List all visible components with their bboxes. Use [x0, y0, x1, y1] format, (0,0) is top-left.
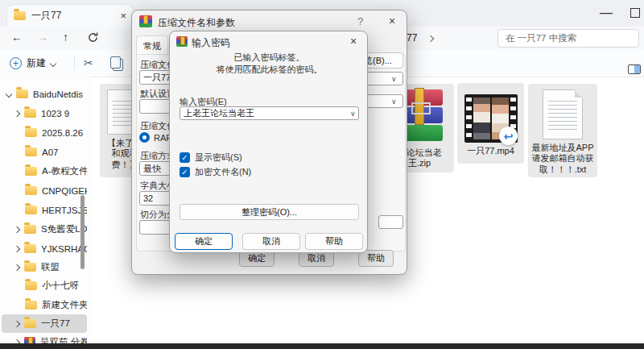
sidebar-item-a-jiaocheng[interactable]: A-教程文件 [2, 162, 87, 181]
tab-title: 一只77 [31, 9, 114, 23]
breadcrumb-chevron-icon [427, 35, 433, 42]
maximize-icon [630, 8, 640, 18]
search-input[interactable]: 在 一只77 中搜索 [497, 29, 639, 48]
sidebar-item-yjksrhag[interactable]: YJKSRHAG [2, 239, 87, 258]
chevron-down-icon [6, 90, 12, 97]
chevron-right-icon [14, 264, 20, 270]
sidebar-scrollbar[interactable] [80, 195, 85, 269]
checkbox-checked-icon: ✓ [180, 167, 190, 177]
file-item-txt2[interactable]: 最新地址及APP 请发邮箱自动获 取！！！.txt [528, 84, 597, 177]
ok-button[interactable]: 确定 [175, 233, 233, 250]
chevron-right-icon [14, 320, 20, 326]
sidebar-item-lianmeng[interactable]: 联盟 [2, 258, 87, 276]
file-name: 最新地址及APP [531, 143, 593, 153]
format-radio-rar[interactable]: RAR [139, 132, 172, 143]
minimize-button[interactable]: — [594, 5, 618, 21]
file-item-mp4[interactable]: ↩ 一只77.mp4 [457, 83, 524, 164]
breadcrumb[interactable]: 77 [407, 32, 433, 44]
breadcrumb-text: 77 [407, 32, 417, 44]
explorer-tab[interactable]: 一只77 × [6, 4, 134, 27]
password-message: 已输入密码标签。 将使用匹配此标签的密码。 [170, 52, 369, 76]
plus-icon: + [10, 57, 22, 69]
copy-icon[interactable] [113, 59, 123, 74]
file-name: 一只77.mp4 [467, 146, 514, 156]
chevron-right-icon [14, 245, 20, 251]
organize-passwords-button[interactable]: 整理密码(O)... [180, 204, 359, 220]
folder-icon [25, 281, 37, 290]
winrar-icon [139, 15, 152, 31]
folder-icon [16, 89, 28, 98]
folder-icon [25, 206, 37, 214]
encrypt-names-checkbox[interactable]: ✓ 加密文件名(N) [180, 166, 251, 178]
sidebar-item-baidunetdis[interactable]: BaiduNetdis [2, 85, 87, 103]
password-dialog: 输入密码 × 已输入密码标签。 将使用匹配此标签的密码。 输入密码(E) 上老王… [169, 31, 368, 253]
sidebar-item-hertjsjsr[interactable]: HERTJSJSR [2, 201, 87, 219]
chevron-down-icon [50, 60, 56, 66]
chevron-down-icon: ∨ [391, 98, 397, 106]
toolbar-divider [74, 56, 75, 70]
folder-icon [25, 147, 37, 156]
sidebar-item-s-mianjiang[interactable]: S免酱爱LOl [2, 220, 87, 239]
sidebar-item-cnpqigeh[interactable]: CNPQIGEH [2, 181, 87, 200]
sidebar-item-xiaoshiqiya[interactable]: 小十七呀 [2, 276, 87, 295]
sidebar-item-2025826[interactable]: 2025.8.26 [2, 123, 87, 142]
chevron-down-icon: ∨ [350, 110, 356, 118]
sidebar-item-yizhi77[interactable]: 一只77 [2, 314, 87, 333]
password-input[interactable]: 上老王论坛当老王 [180, 106, 359, 120]
show-password-checkbox[interactable]: ✓ 显示密码(S) [180, 152, 242, 164]
folder-icon [25, 128, 37, 137]
dialog-title: 输入密码 [192, 36, 230, 50]
folder-icon [25, 186, 37, 195]
sidebar-item-1023-9[interactable]: 1023 9 [2, 104, 87, 123]
folder-icon [25, 167, 37, 176]
forward-icon[interactable]: → [37, 31, 48, 44]
chevron-right-icon [14, 226, 20, 232]
folder-icon [24, 263, 36, 272]
help-icon[interactable]: ? [357, 15, 363, 27]
help-button[interactable]: 帮助 [305, 233, 363, 250]
back-icon[interactable]: ← [11, 31, 23, 44]
folder-icon [24, 225, 36, 234]
sidebar-item-xinjian[interactable]: 新建文件夹 [2, 296, 87, 314]
new-label: 新建 [27, 56, 46, 70]
refresh-icon[interactable] [87, 31, 99, 47]
dialog-title: 压缩文件名和参数 [158, 16, 235, 30]
details-pane-icon[interactable] [628, 63, 641, 77]
winrar-icon [176, 35, 188, 50]
chevron-down-icon: ∨ [391, 75, 397, 83]
search-placeholder: 在 一只77 中搜索 [506, 32, 576, 44]
up-icon[interactable]: ↑ [63, 31, 68, 44]
close-icon[interactable]: × [350, 35, 357, 47]
tab-close-icon[interactable]: × [120, 10, 126, 21]
folder-icon [24, 109, 36, 118]
sidebar-item-a07[interactable]: A07 [2, 143, 87, 161]
chevron-right-icon [14, 110, 20, 116]
share-arrow-icon: ↩ [499, 127, 518, 145]
radio-icon [139, 132, 150, 143]
explorer-window: 一只77 × — ← → ↑ 77 在 一只77 中搜索 + 新建 ✂ Baid… [0, 0, 644, 349]
close-icon[interactable]: × [389, 15, 395, 27]
text-file-icon [543, 89, 583, 139]
maximize-button[interactable] [623, 5, 644, 21]
folder-icon [24, 244, 36, 253]
folder-icon [24, 319, 36, 328]
checkbox-checked-icon: ✓ [180, 152, 190, 163]
bottom-edge [0, 343, 644, 349]
split-unit-combo[interactable] [378, 215, 403, 229]
cancel-button[interactable]: 取消 [242, 233, 300, 250]
new-button[interactable]: + 新建 [10, 56, 56, 70]
folder-icon [14, 11, 26, 20]
cut-icon[interactable]: ✂ [84, 56, 93, 69]
folder-icon [25, 301, 37, 310]
